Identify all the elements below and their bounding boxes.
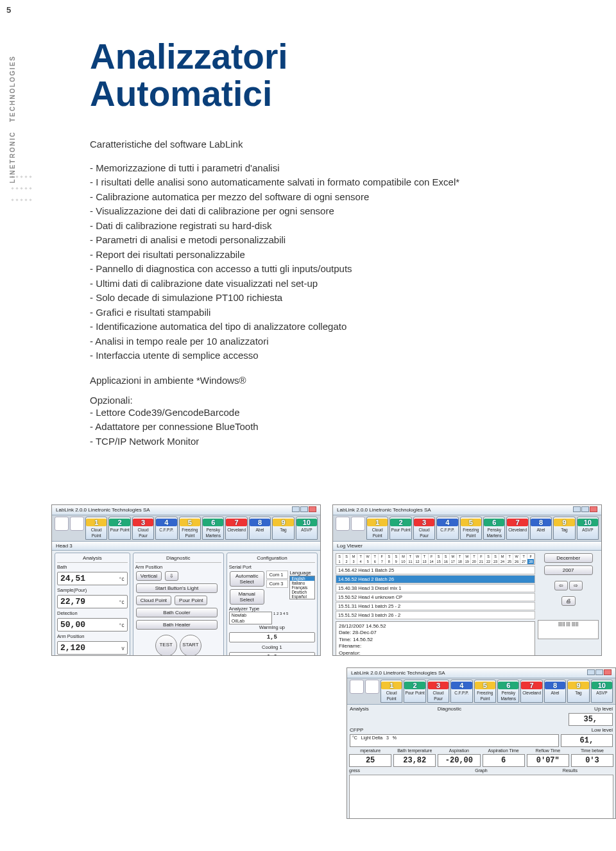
log-entry[interactable]: 14.56.52 Head 2 Batch 26 — [336, 575, 535, 583]
prev-icon[interactable]: ⇦ — [554, 581, 568, 590]
main-content: Analizzatori Automatici Caratteristiche … — [90, 39, 501, 449]
optional-heading: Opzionali: — [90, 395, 501, 406]
tab-6[interactable]: 6Pensky Martens — [483, 517, 505, 540]
applications-line: Applicazioni in ambiente *Windows® — [90, 375, 501, 386]
tab-7[interactable]: 7Cleveland — [520, 680, 542, 703]
tab-2[interactable]: 2Pour Point — [404, 680, 425, 703]
cloud-point-button[interactable]: Cloud Point — [136, 596, 171, 605]
doc-icon[interactable] — [70, 517, 84, 531]
com-option[interactable]: Com 1 — [266, 571, 288, 579]
tab-6[interactable]: 6Pensky Martens — [202, 517, 224, 540]
tab-6[interactable]: 6Pensky Martens — [497, 680, 519, 703]
tab-10[interactable]: 10ASVP — [296, 517, 318, 540]
maximize-icon[interactable] — [300, 506, 308, 512]
lang-option[interactable]: Deutsch — [290, 590, 314, 594]
log-entry[interactable]: 14.56.42 Head 1 Batch 25 — [336, 566, 535, 574]
minimize-icon[interactable] — [292, 506, 300, 512]
log-entry[interactable]: 15.50.52 Head 4 unknown CP — [336, 593, 535, 601]
sample-readout: 22,79°C — [57, 595, 128, 608]
analyzer-option[interactable]: Newlab — [230, 612, 271, 618]
analysis-tab[interactable]: Analysis — [350, 706, 438, 712]
close-icon[interactable] — [309, 506, 316, 512]
bottom-tab[interactable]: Results — [527, 768, 613, 773]
bottom-tab[interactable]: gress — [349, 768, 436, 773]
tab-1[interactable]: 1Cloud Point — [366, 517, 388, 540]
lang-option[interactable]: Italiano — [290, 581, 314, 585]
down-icon[interactable] — [55, 517, 69, 531]
year-label: 2007 — [544, 565, 593, 575]
feature-item: - Calibrazione automatica per mezzo del … — [90, 190, 501, 205]
minimize-icon[interactable] — [573, 506, 581, 512]
sub-window-title: Head 3 — [56, 543, 73, 549]
barcode-icon: ||||| ||| ||||| — [538, 620, 599, 639]
tab-8[interactable]: 8Abel — [249, 517, 271, 540]
start-button[interactable]: START — [180, 635, 201, 656]
next-icon[interactable]: ⇨ — [569, 581, 583, 590]
tab-10[interactable]: 10ASVP — [577, 517, 599, 540]
log-entry[interactable]: 15.51.31 Head 1 batch 25 - 2 — [336, 602, 535, 610]
warming-label: Warming up — [229, 624, 315, 630]
maximize-icon[interactable] — [595, 669, 603, 675]
tab-7[interactable]: 7Cleveland — [506, 517, 528, 540]
log-entry[interactable]: 15.51.52 Head 3 batch 26 - 2 — [336, 611, 535, 619]
window-controls[interactable] — [291, 506, 316, 513]
lang-option[interactable]: Español — [290, 594, 314, 599]
tab-10[interactable]: 10ASVP — [591, 680, 613, 703]
tab-3[interactable]: 3Cloud Pour — [427, 680, 449, 703]
bottom-tab[interactable]: Graph — [438, 768, 524, 773]
tab-4[interactable]: 4C.F.P.P. — [155, 517, 177, 540]
tab-2[interactable]: 2Pour Point — [389, 517, 411, 540]
tab-1[interactable]: 1Cloud Point — [381, 680, 402, 703]
down-icon[interactable] — [336, 517, 350, 531]
screenshot-log: LabLink 2.0.0 Linetronic Technologies SA… — [332, 504, 602, 656]
tab-8[interactable]: 8Abel — [544, 680, 566, 703]
log-entry[interactable]: 15.40.38 Head 3 Diesel mix 1 — [336, 584, 535, 592]
tab-5[interactable]: 5Freezing Point — [474, 680, 496, 703]
bath-heater-button[interactable]: Bath Heater — [136, 620, 218, 630]
auto-select-button[interactable]: Automatic Select — [230, 571, 264, 587]
window-titlebar: LabLink 2.0.0 Linetronic Technologies SA — [347, 668, 615, 678]
window-title: LabLink 2.0.0 Linetronic Technologies SA — [351, 670, 445, 676]
tab-4[interactable]: 4C.F.P.P. — [436, 517, 458, 540]
print-icon[interactable]: 🖨 — [561, 596, 576, 606]
feature-item: - I risultati delle analisi sono automat… — [90, 175, 501, 190]
tab-9[interactable]: 9Tag — [553, 517, 575, 540]
tab-3[interactable]: 3Cloud Pour — [413, 517, 435, 540]
doc-icon[interactable] — [351, 517, 365, 531]
bath-cooler-button[interactable]: Bath Cooler — [136, 608, 218, 617]
manual-select-button[interactable]: Manual Select — [230, 589, 264, 605]
diagnostic-tab[interactable]: Diagnostic — [438, 706, 526, 712]
vertical-button[interactable]: Vertical — [136, 571, 162, 581]
maximize-icon[interactable] — [581, 506, 589, 512]
tab-3[interactable]: 3Cloud Pour — [132, 517, 154, 540]
test-button[interactable]: TEST — [155, 635, 177, 656]
lang-option[interactable]: English — [290, 576, 314, 581]
minimize-icon[interactable] — [587, 669, 595, 675]
aspiration-value: -20,00 — [438, 754, 480, 767]
tab-8[interactable]: 8Abel — [530, 517, 552, 540]
tab-9[interactable]: 9Tag — [567, 680, 589, 703]
pour-point-button[interactable]: Pour Point — [175, 596, 207, 605]
detection-label: Detection — [57, 610, 128, 616]
bath-readout: 24,51°C — [57, 572, 128, 585]
calendar-grid[interactable]: SSMTWTF SSMTWTF SSMTWTF SSMTWTF 1234567 … — [336, 553, 535, 565]
tab-7[interactable]: 7Cleveland — [225, 517, 247, 540]
doc-icon[interactable] — [365, 680, 379, 694]
month-label: December — [544, 553, 593, 563]
tab-9[interactable]: 9Tag — [272, 517, 294, 540]
tab-1[interactable]: 1Cloud Point — [85, 517, 107, 540]
arrow-down-icon[interactable]: ⇩ — [165, 571, 178, 581]
tab-4[interactable]: 4C.F.P.P. — [450, 680, 472, 703]
down-icon[interactable] — [350, 680, 364, 694]
com-option[interactable]: Com 3 — [266, 580, 288, 588]
tab-2[interactable]: 2Pour Point — [108, 517, 130, 540]
analyzer-option[interactable]: OilLab — [230, 618, 271, 624]
tab-5[interactable]: 5Freezing Point — [460, 517, 482, 540]
lang-option[interactable]: Français — [290, 585, 314, 590]
close-icon[interactable] — [590, 506, 597, 512]
start-light-button[interactable]: Start Button's Light — [136, 583, 218, 593]
tab-5[interactable]: 5Freezing Point — [179, 517, 201, 540]
close-icon[interactable] — [604, 669, 612, 675]
window-controls[interactable] — [572, 506, 597, 513]
window-controls[interactable] — [586, 669, 612, 676]
